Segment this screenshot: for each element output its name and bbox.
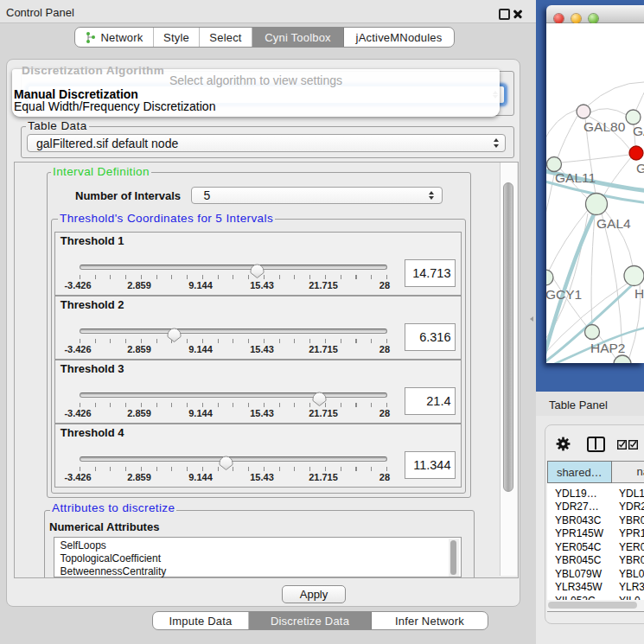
svg-text:GCY1: GCY1 (546, 287, 582, 302)
svg-text:HAP2: HAP2 (590, 341, 626, 355)
svg-text:GAL11: GAL11 (555, 170, 596, 185)
svg-text:G: G (636, 161, 644, 175)
svg-text:H: H (634, 286, 644, 301)
svg-text:GAL4: GAL4 (596, 216, 631, 231)
svg-text:GAL80: GAL80 (583, 119, 626, 134)
svg-text:GA: GA (633, 124, 644, 138)
